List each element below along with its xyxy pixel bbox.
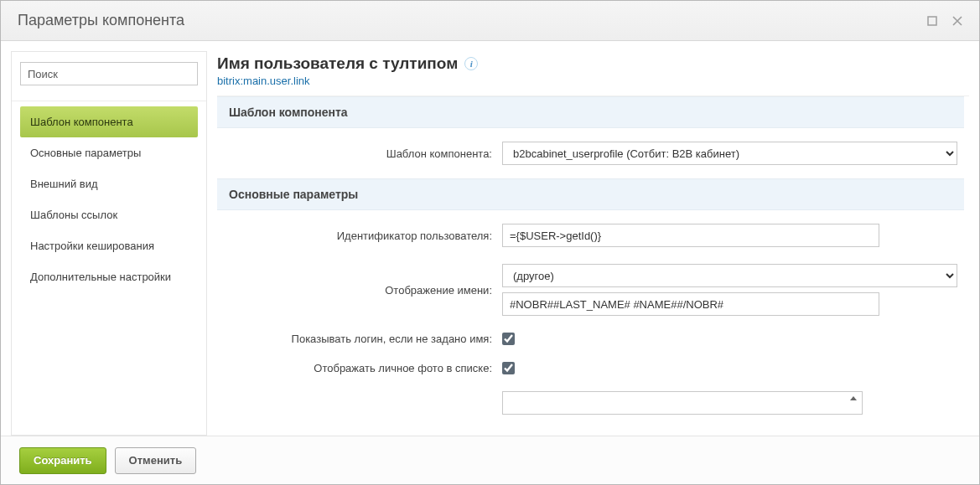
sidebar-item-link-templates[interactable]: Шаблоны ссылок [20, 199, 198, 230]
section-header-template: Шаблон компонента [217, 96, 964, 128]
input-name-display[interactable] [502, 292, 879, 316]
info-icon[interactable]: i [464, 57, 478, 70]
component-title-text: Имя пользователя с тултипом [217, 54, 458, 73]
main-header: Имя пользователя с тултипом i bitrix:mai… [217, 51, 969, 95]
close-icon [952, 16, 962, 26]
sidebar-item-advanced[interactable]: Дополнительные настройки [20, 261, 198, 292]
cancel-button[interactable]: Отменить [115, 447, 197, 474]
form-scroll[interactable]: Шаблон компонента Шаблон компонента: b2b… [217, 95, 969, 436]
row-show-login: Показывать логин, если не задано имя: [217, 324, 964, 353]
component-title: Имя пользователя с тултипом i [217, 54, 969, 73]
maximize-button[interactable] [922, 11, 942, 31]
select-template[interactable]: b2bcabinet_userprofile (Сотбит: B2B каби… [502, 142, 957, 165]
row-spinner [217, 383, 964, 423]
sidebar-item-main[interactable]: Основные параметры [20, 137, 198, 168]
row-template: Шаблон компонента: b2bcabinet_userprofil… [217, 133, 964, 173]
dialog-body: Шаблон компонента Основные параметры Вне… [1, 41, 979, 436]
section-header-main: Основные параметры [217, 178, 964, 210]
footer: Сохранить Отменить [1, 436, 979, 484]
row-user-id: Идентификатор пользователя: [217, 215, 964, 255]
checkbox-show-login[interactable] [502, 333, 515, 345]
row-name-display: Отображение имени: (другое) [217, 255, 964, 324]
label-name-display: Отображение имени: [217, 284, 502, 297]
sidebar-separator [12, 101, 206, 101]
component-id: bitrix:main.user.link [217, 75, 969, 87]
search-input[interactable] [20, 62, 198, 85]
sidebar-item-cache[interactable]: Настройки кеширования [20, 230, 198, 261]
label-template: Шаблон компонента: [217, 147, 502, 160]
label-show-photo: Отображать личное фото в списке: [217, 362, 502, 374]
save-button[interactable]: Сохранить [19, 447, 106, 474]
main-panel: Имя пользователя с тултипом i bitrix:mai… [217, 51, 969, 436]
sidebar-item-appearance[interactable]: Внешний вид [20, 168, 198, 199]
label-user-id: Идентификатор пользователя: [217, 230, 502, 242]
spinner-input[interactable] [502, 391, 863, 415]
input-user-id[interactable] [502, 224, 879, 247]
svg-rect-0 [928, 17, 936, 25]
dialog-title: Параметры компонента [18, 12, 917, 29]
dialog-window: Параметры компонента Шаблон компонента О… [0, 0, 980, 485]
sidebar: Шаблон компонента Основные параметры Вне… [11, 51, 207, 436]
close-button[interactable] [947, 11, 967, 31]
select-name-display[interactable]: (другое) [502, 264, 957, 287]
titlebar: Параметры компонента [1, 1, 979, 41]
sidebar-item-template[interactable]: Шаблон компонента [20, 106, 198, 137]
maximize-icon [927, 16, 937, 26]
label-show-login: Показывать логин, если не задано имя: [217, 333, 502, 345]
checkbox-show-photo[interactable] [502, 362, 515, 374]
row-show-photo: Отображать личное фото в списке: [217, 353, 964, 383]
